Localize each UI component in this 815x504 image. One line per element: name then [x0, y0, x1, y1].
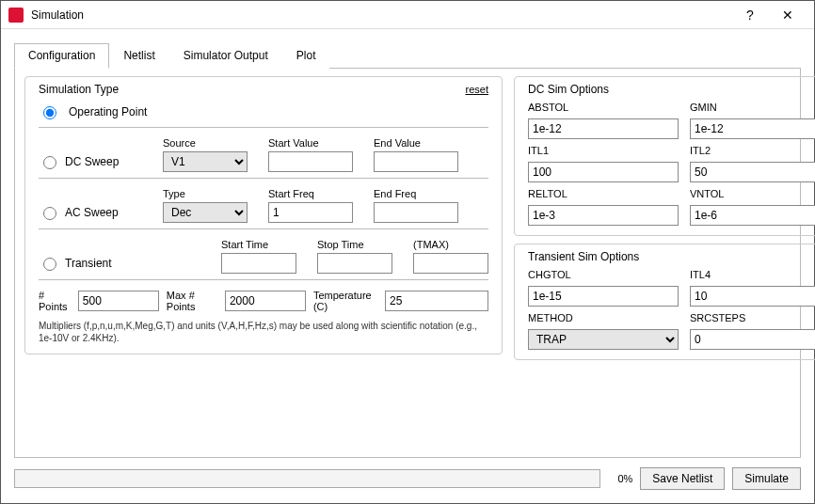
- dc-source-select[interactable]: V1: [163, 151, 248, 172]
- ac-type-select[interactable]: Dec: [163, 202, 248, 223]
- ac-sweep-label: AC Sweep: [65, 206, 119, 219]
- temperature-label: Temperature (C): [313, 290, 377, 312]
- reset-sim-type[interactable]: reset: [466, 84, 488, 95]
- tran-tmax-input[interactable]: [413, 253, 488, 274]
- itl4-label: ITL4: [690, 269, 815, 280]
- ac-end-label: End Freq: [374, 188, 458, 199]
- dc-start-label: Start Value: [268, 137, 353, 149]
- tab-plot[interactable]: Plot: [282, 43, 330, 69]
- config-panel: Simulation Type reset Operating Point DC…: [14, 69, 801, 458]
- gmin-label: GMIN: [690, 102, 815, 113]
- titlebar: Simulation ? ✕: [1, 1, 814, 29]
- method-label: METHOD: [528, 312, 679, 323]
- footer: 0% Save Netlist Simulate: [14, 467, 801, 490]
- simulation-type-group: Simulation Type reset Operating Point DC…: [24, 76, 503, 354]
- method-select[interactable]: TRAP: [528, 329, 679, 350]
- tran-stop-label: Stop Time: [317, 239, 392, 250]
- dc-source-label: Source: [163, 137, 248, 149]
- simulate-button[interactable]: Simulate: [732, 467, 801, 490]
- srcsteps-label: SRCSTEPS: [690, 312, 815, 323]
- itl1-label: ITL1: [528, 145, 679, 156]
- close-button[interactable]: ✕: [769, 2, 807, 28]
- vntol-input[interactable]: [690, 205, 815, 226]
- window-title: Simulation: [31, 8, 731, 22]
- srcsteps-input[interactable]: [690, 329, 815, 350]
- points-label: # Points: [39, 290, 71, 312]
- radio-dc-sweep[interactable]: [43, 156, 56, 169]
- dc-end-label: End Value: [374, 137, 458, 149]
- temperature-input[interactable]: [385, 291, 488, 311]
- simulation-window: Simulation ? ✕ Configuration Netlist Sim…: [0, 0, 815, 504]
- ac-start-input[interactable]: [268, 202, 353, 223]
- tab-netlist[interactable]: Netlist: [109, 43, 168, 69]
- max-points-label: Max # Points: [167, 290, 217, 312]
- dc-end-input[interactable]: [374, 151, 458, 172]
- help-button[interactable]: ?: [731, 2, 769, 28]
- tabs: Configuration Netlist Simulator Output P…: [14, 42, 801, 69]
- radio-operating-point[interactable]: [43, 106, 56, 119]
- dc-sim-options-title: DC Sim Options: [528, 83, 609, 96]
- itl4-input[interactable]: [690, 286, 815, 307]
- abstol-input[interactable]: [528, 118, 679, 139]
- ac-type-label: Type: [163, 188, 248, 199]
- chgtol-input[interactable]: [528, 286, 679, 307]
- tran-stop-input[interactable]: [317, 253, 392, 274]
- max-points-input[interactable]: [225, 291, 306, 311]
- itl2-input[interactable]: [690, 162, 815, 182]
- dc-sweep-label: DC Sweep: [65, 155, 119, 168]
- app-icon: [8, 8, 24, 23]
- dc-start-input[interactable]: [268, 151, 353, 172]
- tran-tmax-label: (TMAX): [413, 239, 488, 250]
- simulation-type-title: Simulation Type: [39, 83, 119, 96]
- progress-percent: 0%: [608, 473, 632, 484]
- tran-start-input[interactable]: [221, 253, 296, 274]
- tran-start-label: Start Time: [221, 239, 296, 250]
- tab-configuration[interactable]: Configuration: [14, 43, 109, 69]
- dc-sim-options-group: DC Sim Options reset ABSTOL GMIN PIVREL …: [514, 76, 815, 236]
- content: Configuration Netlist Simulator Output P…: [1, 29, 814, 503]
- progress-bar: [14, 469, 600, 488]
- transient-label: Transient: [65, 257, 112, 270]
- operating-point-label: Operating Point: [69, 105, 147, 118]
- transient-sim-options-title: Transient Sim Options: [528, 250, 639, 263]
- save-netlist-button[interactable]: Save Netlist: [640, 467, 725, 490]
- points-input[interactable]: [78, 291, 159, 311]
- vntol-label: VNTOL: [690, 188, 815, 199]
- reltol-label: RELTOL: [528, 188, 679, 199]
- itl1-input[interactable]: [528, 162, 679, 182]
- transient-sim-options-group: Transient Sim Options reset CHGTOL ITL4 …: [514, 244, 815, 360]
- abstol-label: ABSTOL: [528, 102, 679, 113]
- ac-end-input[interactable]: [374, 202, 458, 223]
- ac-start-label: Start Freq: [268, 188, 353, 199]
- multipliers-note: Multipliers (f,p,n,u,m,K,Meg,G,T) and un…: [39, 320, 488, 344]
- radio-transient[interactable]: [43, 258, 56, 271]
- tab-simulator-output[interactable]: Simulator Output: [169, 43, 282, 69]
- chgtol-label: CHGTOL: [528, 269, 679, 280]
- itl2-label: ITL2: [690, 145, 815, 156]
- reltol-input[interactable]: [528, 205, 679, 226]
- radio-ac-sweep[interactable]: [43, 207, 56, 220]
- gmin-input[interactable]: [690, 118, 815, 139]
